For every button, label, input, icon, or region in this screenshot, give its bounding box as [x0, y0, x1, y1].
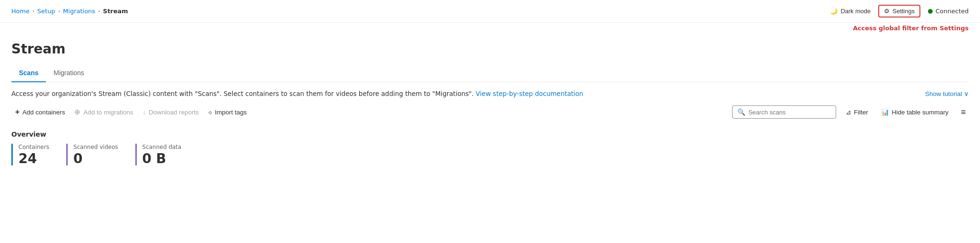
top-bar-right: 🌙 Dark mode ⚙ Settings Connected [830, 5, 969, 17]
more-options-button[interactable]: ≡ [958, 105, 969, 119]
global-filter-notice: Access global filter from Settings [0, 23, 980, 34]
plus-icon: + [15, 108, 19, 116]
description-bar: Access your organization's Stream (Class… [0, 82, 980, 101]
overview-stats: Containers 24 Scanned videos 0 Scanned d… [11, 144, 969, 165]
hide-summary-button[interactable]: 📊 Hide table summary [877, 106, 952, 118]
show-tutorial-button[interactable]: Show tutorial ∨ [925, 90, 969, 97]
show-tutorial-label: Show tutorial [925, 90, 962, 97]
stat-scanned-videos-value: 0 [73, 152, 118, 165]
breadcrumb-home[interactable]: Home [11, 8, 29, 15]
hide-summary-label: Hide table summary [892, 109, 948, 116]
add-to-migrations-button[interactable]: ⊕ Add to migrations [71, 105, 137, 119]
toolbar: + Add containers ⊕ Add to migrations ↓ D… [0, 101, 980, 123]
import-tags-button[interactable]: ⟐ Import tags [204, 106, 251, 119]
connected-status: Connected [928, 8, 969, 15]
stat-scanned-data-value: 0 B [142, 152, 182, 165]
settings-button[interactable]: ⚙ Settings [878, 5, 920, 17]
stat-scanned-videos-label: Scanned videos [73, 144, 118, 150]
overview-section: Overview Containers 24 Scanned videos 0 … [0, 123, 980, 173]
import-tags-label: Import tags [215, 109, 247, 116]
top-bar: Home › Setup › Migrations › Stream 🌙 Dar… [0, 0, 980, 23]
stat-containers: Containers 24 [11, 144, 61, 165]
view-docs-link[interactable]: View step-by-step documentation [476, 90, 583, 97]
description-text: Access your organization's Stream (Class… [11, 90, 918, 97]
moon-icon: 🌙 [830, 8, 838, 15]
dark-mode-button[interactable]: 🌙 Dark mode [830, 8, 871, 15]
overview-title: Overview [11, 130, 969, 138]
filter-label: Filter [854, 109, 868, 116]
description-text-before: Access your organization's Stream (Class… [11, 90, 474, 97]
breadcrumb-sep-3: › [98, 8, 100, 14]
filter-button[interactable]: ⊿ Filter [842, 106, 872, 118]
add-to-migrations-label: Add to migrations [83, 109, 133, 116]
breadcrumb-sep-2: › [58, 8, 60, 14]
menu-icon: ≡ [961, 107, 966, 117]
add-containers-button[interactable]: + Add containers [11, 105, 69, 119]
stat-containers-value: 24 [18, 152, 49, 165]
connected-dot [928, 9, 933, 14]
search-input[interactable] [748, 109, 831, 116]
add-containers-label: Add containers [22, 109, 65, 116]
stat-scanned-data-label: Scanned data [142, 144, 182, 150]
breadcrumb-sep-1: › [32, 8, 34, 14]
chevron-down-icon: ∨ [964, 90, 969, 97]
gear-icon: ⚙ [884, 8, 890, 15]
stat-scanned-data: Scanned data 0 B [135, 144, 193, 165]
toolbar-right: 🔍 ⊿ Filter 📊 Hide table summary ≡ [732, 105, 969, 119]
connected-label: Connected [936, 8, 969, 15]
download-reports-button[interactable]: ↓ Download reports [139, 106, 203, 119]
page-title: Stream [11, 41, 969, 57]
circle-plus-icon: ⊕ [74, 108, 80, 116]
breadcrumb-migrations[interactable]: Migrations [63, 8, 95, 15]
search-icon: 🔍 [737, 108, 745, 116]
tab-migrations[interactable]: Migrations [46, 64, 92, 82]
download-icon: ↓ [142, 109, 146, 116]
stat-containers-label: Containers [18, 144, 49, 150]
stat-scanned-videos: Scanned videos 0 [66, 144, 130, 165]
tab-scans[interactable]: Scans [11, 64, 46, 82]
tabs: Scans Migrations [11, 64, 969, 82]
filter-icon: ⊿ [846, 108, 851, 116]
breadcrumb-current: Stream [103, 8, 128, 15]
tag-icon: ⟐ [208, 109, 212, 116]
search-box: 🔍 [732, 105, 836, 119]
bar-chart-icon: 📊 [881, 108, 889, 116]
breadcrumb-setup[interactable]: Setup [37, 8, 55, 15]
toolbar-left: + Add containers ⊕ Add to migrations ↓ D… [11, 105, 730, 119]
breadcrumb: Home › Setup › Migrations › Stream [11, 8, 128, 15]
dark-mode-label: Dark mode [840, 8, 871, 15]
download-reports-label: Download reports [149, 109, 199, 116]
settings-label: Settings [892, 8, 915, 15]
page-header: Stream [0, 34, 980, 57]
